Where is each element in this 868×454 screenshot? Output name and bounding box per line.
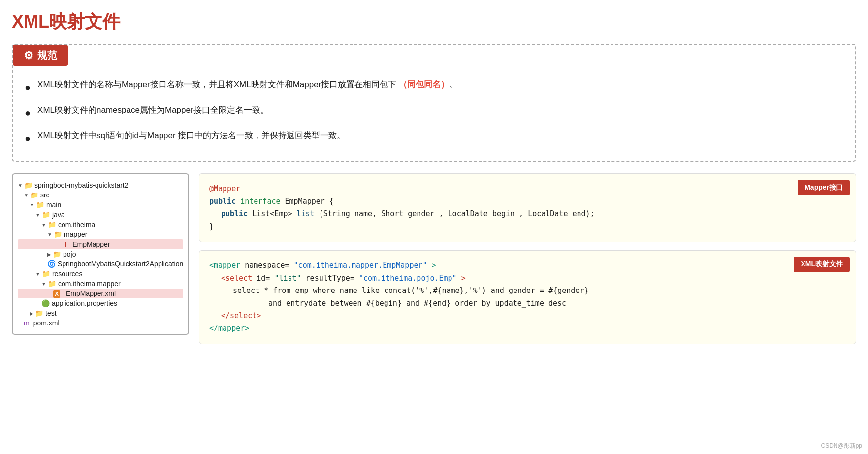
code-panels: Mapper接口 @Mapper public interface EmpMap… [199, 173, 856, 344]
bottom-section: ▼ 📁 springboot-mybatis-quickstart2 ▼ 📁 s… [12, 173, 856, 344]
tree-label-mapper-folder: mapper [64, 230, 87, 238]
folder-icon-com-itheima: 📁 [48, 221, 56, 228]
arrow-pojo: ▶ [47, 252, 51, 257]
kw-space-3: List<Emp> [252, 209, 296, 218]
tree-label-app-properties: application.properties [52, 299, 117, 307]
tree-mapper-folder: ▼ 📁 mapper [18, 229, 183, 239]
xml-line-2: <select id= "list" resultType= "com.ithe… [209, 272, 846, 285]
tree-root: ▼ 📁 springboot-mybatis-quickstart2 [18, 180, 183, 190]
xml-select-close: </select> [221, 311, 261, 320]
tree-src: ▼ 📁 src [18, 190, 183, 200]
xml-line-6: </mapper> [209, 323, 846, 335]
annotation-mapper: @Mapper [209, 184, 240, 193]
tree-label-spring-app: SpringbootMybatisQuickstart2Application [58, 260, 183, 268]
xml-select-open: <select [221, 274, 252, 283]
folder-icon-main: 📁 [36, 201, 44, 209]
tree-main: ▼ 📁 main [18, 200, 183, 210]
pom-icon: m [24, 319, 30, 327]
xml-id-value: "list" [274, 274, 301, 283]
bullet-1: ● [25, 79, 31, 96]
arrow-main: ▼ [30, 202, 34, 208]
tree-label-root: springboot-mybatis-quickstart2 [34, 181, 129, 189]
method-list: list [297, 209, 315, 218]
tree-label-pojo: pojo [63, 250, 76, 258]
xml-line-5: </select> [209, 310, 846, 323]
tree-label-empmapper-java: EmpMapper [72, 240, 110, 248]
tree-label-com-itheima-mapper: com.itheima.mapper [58, 280, 121, 288]
tree-com-itheima-mapper: ▼ 📁 com.itheima.mapper [18, 279, 183, 289]
arrow-test: ▶ [30, 311, 33, 316]
folder-icon-root: 📁 [24, 181, 32, 189]
rules-box: ⚙ 规范 ● XML映射文件的名称与Mapper接口名称一致，并且将XML映射文… [12, 44, 856, 162]
xml-mapper-badge: XML映射文件 [794, 257, 850, 272]
folder-icon-java: 📁 [42, 211, 50, 219]
xml-rt-value: "com.itheima.pojo.Emp" [359, 274, 457, 283]
folder-icon-mapper: 📁 [54, 230, 62, 238]
xml-mapper-tag-open: <mapper [209, 261, 240, 270]
folder-icon-src: 📁 [30, 191, 38, 199]
arrow-root: ▼ [18, 183, 23, 188]
bullet-2: ● [25, 104, 31, 121]
xml-line-3: select * from emp where name like concat… [209, 285, 846, 297]
rule-text-2: XML映射文件的namespace属性为Mapper接口全限定名一致。 [37, 103, 268, 118]
tree-empmapper-java[interactable]: I EmpMapper [18, 239, 183, 249]
xml-mapper-box: XML映射文件 <mapper namespace= "com.itheima.… [199, 250, 856, 344]
mapper-interface-box: Mapper接口 @Mapper public interface EmpMap… [199, 173, 856, 242]
mapper-line-4: } [209, 221, 846, 233]
bullet-3: ● [25, 130, 31, 147]
arrow-mapper-folder: ▼ [47, 232, 52, 237]
xml-ns-value: "com.itheima.mapper.EmpMapper" [294, 261, 427, 270]
kw-space-2: EmpMapper { [285, 197, 334, 206]
page-title: XML映射文件 [12, 10, 856, 34]
xml-line-4: and entrydate between #{begin} and #{end… [209, 297, 846, 310]
tree-label-empmapper-xml: EmpMapper.xml [66, 290, 116, 297]
kw-public-2: public [221, 209, 248, 218]
folder-icon-test: 📁 [35, 309, 43, 317]
tree-label-resources: resources [52, 270, 82, 278]
method-params: (String name, Short gender , LocalDate b… [319, 209, 595, 218]
kw-interface: interface [240, 197, 280, 206]
tree-label-src: src [40, 191, 50, 199]
folder-icon-com-itheima-mapper: 📁 [48, 280, 56, 288]
rules-header-label: 规范 [37, 49, 57, 62]
xml-rt-attr: resultType= [306, 274, 354, 283]
file-tree-panel: ▼ 📁 springboot-mybatis-quickstart2 ▼ 📁 s… [12, 173, 189, 335]
tree-app-properties: 🟢 application.properties [18, 298, 183, 308]
mapper-line-1: @Mapper [209, 183, 846, 195]
tree-resources: ▼ 📁 resources [18, 269, 183, 279]
kw-public-1: public [209, 197, 236, 206]
tree-pom: m pom.xml [18, 318, 183, 328]
rules-header: ⚙ 规范 [13, 45, 68, 66]
java-icon-empmapper: I [65, 241, 66, 248]
rule-text-1: XML映射文件的名称与Mapper接口名称一致，并且将XML映射文件和Mappe… [37, 78, 457, 92]
arrow-com-itheima: ▼ [41, 222, 46, 227]
tree-empmapper-xml[interactable]: X EmpMapper.xml [18, 289, 183, 298]
mapper-line-3: public List<Emp> list (String name, Shor… [209, 208, 846, 221]
tree-label-java: java [52, 211, 65, 219]
rule-item-1: ● XML映射文件的名称与Mapper接口名称一致，并且将XML映射文件和Map… [13, 74, 855, 99]
tree-java: ▼ 📁 java [18, 210, 183, 220]
xml-line-1: <mapper namespace= "com.itheima.mapper.E… [209, 259, 846, 272]
rule-highlight-1: （同包同名） [399, 80, 449, 89]
prop-icon-app: 🟢 [41, 299, 50, 307]
rule-item-3: ● XML映射文件中sql语句的id与Mapper 接口中的方法名一致，并保持返… [13, 125, 855, 151]
tree-label-test: test [45, 309, 57, 317]
tree-label-main: main [46, 201, 61, 209]
folder-icon-pojo: 📁 [53, 250, 61, 258]
xml-id-attr: id= [257, 274, 270, 283]
xml-ns-attr: namespace= [245, 261, 289, 270]
rule-item-2: ● XML映射文件的namespace属性为Mapper接口全限定名一致。 [13, 99, 855, 125]
arrow-resources: ▼ [35, 271, 40, 277]
xml-select-gt: > [461, 274, 466, 283]
gear-icon: ⚙ [24, 49, 33, 62]
folder-icon-resources: 📁 [42, 270, 50, 278]
tree-test: ▶ 📁 test [18, 308, 183, 318]
arrow-java: ▼ [35, 212, 40, 218]
arrow-com-itheima-mapper: ▼ [41, 281, 46, 287]
xml-mapper-close: > [432, 261, 436, 270]
tree-label-com-itheima: com.itheima [58, 221, 95, 228]
xml-icon-empmapper: X [53, 290, 60, 298]
mapper-interface-badge: Mapper接口 [798, 180, 850, 195]
tree-spring-app: 🌀 SpringbootMybatisQuickstart2Applicatio… [18, 259, 183, 269]
mapper-line-2: public interface EmpMapper { [209, 195, 846, 208]
